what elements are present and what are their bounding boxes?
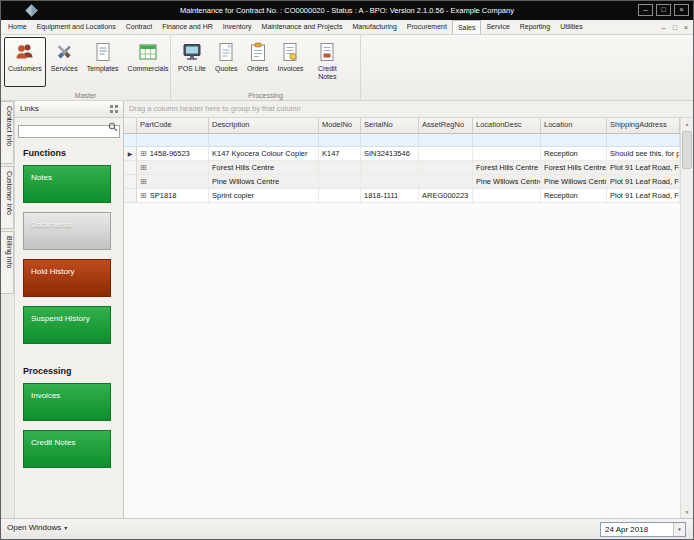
grid-cell[interactable]: Plot 91 Leaf Road, Forest ... [607, 161, 680, 175]
tab-home[interactable]: Home [3, 20, 32, 34]
column-header-shippingaddress[interactable]: ShippingAddress [607, 118, 680, 134]
table-row[interactable]: ⊞SP1818Sprint copier1818-1111AREG000223R… [124, 189, 680, 203]
tab-maintenance-and-projects[interactable]: Maintenance and Projects [257, 20, 348, 34]
grid-filter-cell[interactable] [361, 134, 419, 146]
grid-cell[interactable]: Plot 91 Leaf Road, Forest ... [607, 175, 680, 189]
grid-cell[interactable]: Sprint copier [209, 189, 319, 203]
credit-notes-button[interactable]: Credit Notes [308, 37, 346, 87]
grid-cell[interactable]: K147 [319, 147, 361, 161]
scrollbar-thumb[interactable] [682, 131, 692, 169]
grid-cell[interactable]: AREG000223 [419, 189, 473, 203]
tab-utilities[interactable]: Utilities [555, 20, 588, 34]
pos-lite-button[interactable]: POS Lite [174, 37, 210, 87]
tab-service[interactable]: Service [481, 20, 514, 34]
grid-cell[interactable]: Reception [541, 147, 607, 161]
sidetab-customer-info[interactable]: Customer Info [1, 166, 14, 229]
grid-cell[interactable]: Pine Willows Centre [209, 175, 319, 189]
mdi-restore-icon[interactable]: □ [673, 23, 677, 33]
link-notes-button[interactable]: Notes [23, 165, 111, 203]
links-search-input[interactable] [18, 125, 120, 138]
tab-inventory[interactable]: Inventory [218, 20, 257, 34]
column-header-partcode[interactable]: PartCode [137, 118, 209, 134]
group-by-bar[interactable]: Drag a column header here to group by th… [124, 101, 693, 118]
grid-cell[interactable] [473, 189, 541, 203]
tab-sales[interactable]: Sales [452, 20, 482, 34]
sidetab-billing-info[interactable]: Billing Info [1, 231, 14, 294]
table-row[interactable]: ⊞Pine Willows CentrePine Willows CentreP… [124, 175, 680, 189]
grid-cell[interactable]: ⊞ [137, 175, 209, 189]
grid-cell[interactable] [319, 175, 361, 189]
sidetab-contract-info[interactable]: Contract Info [1, 101, 14, 164]
services-button[interactable]: Services [47, 37, 82, 87]
link-suspend-history-button[interactable]: Suspend History [23, 306, 111, 344]
mdi-close-icon[interactable]: × [684, 23, 688, 33]
grid-cell[interactable]: Plot 91 Leaf Road, Forest ... [607, 189, 680, 203]
date-dropdown-icon[interactable]: ▾ [673, 523, 685, 536]
grid-cell[interactable]: Forest Hills Centre [209, 161, 319, 175]
expand-icon[interactable]: ⊞ [140, 191, 147, 200]
grid-cell[interactable]: ⊞1458-96523 [137, 147, 209, 161]
scroll-down-icon[interactable]: ▼ [681, 506, 693, 518]
search-icon[interactable] [108, 122, 118, 132]
orders-button[interactable]: Orders [243, 37, 273, 87]
grid-cell[interactable]: SIN32413546 [361, 147, 419, 161]
grid-filter-cell[interactable] [137, 134, 209, 146]
grid-filter-cell[interactable] [319, 134, 361, 146]
grid-filter-cell[interactable] [419, 134, 473, 146]
grid-cell[interactable]: 1818-1111 [361, 189, 419, 203]
invoices-button[interactable]: Invoices [274, 37, 308, 87]
tab-procurement[interactable]: Procurement [402, 20, 452, 34]
minimize-icon[interactable]: – [638, 4, 653, 16]
grid-cell[interactable] [419, 175, 473, 189]
grid-cell[interactable]: Reception [541, 189, 607, 203]
quotes-button[interactable]: Quotes [211, 37, 242, 87]
grid-cell[interactable] [361, 161, 419, 175]
column-header-description[interactable]: Description [209, 118, 319, 134]
table-row[interactable]: ⊞Forest Hills CentreForest Hills CentreF… [124, 161, 680, 175]
grid-cell[interactable]: Forest Hills Centre [473, 161, 541, 175]
tab-contract[interactable]: Contract [121, 20, 157, 34]
grid-cell[interactable]: ⊞ [137, 161, 209, 175]
grid-cell[interactable]: Pine Willows Centre [541, 175, 607, 189]
maximize-icon[interactable]: □ [656, 4, 671, 16]
tab-reporting[interactable]: Reporting [515, 20, 555, 34]
expand-icon[interactable]: ⊞ [140, 163, 147, 172]
grid-filter-cell[interactable] [607, 134, 680, 146]
expand-icon[interactable]: ⊞ [140, 177, 147, 186]
customers-button[interactable]: Customers [4, 37, 46, 87]
tab-finance-and-hr[interactable]: Finance and HR [157, 20, 218, 34]
grid-filter-cell[interactable] [541, 134, 607, 146]
commercials-button[interactable]: Commercials [124, 37, 173, 87]
link-hold-history-button[interactable]: Hold History [23, 259, 111, 297]
link-credit-notes-button[interactable]: Credit Notes [23, 430, 111, 468]
grid-cell[interactable] [319, 161, 361, 175]
grid-cell[interactable]: Should see this, for physica... [607, 147, 680, 161]
grid-filter-cell[interactable] [124, 134, 137, 146]
date-picker[interactable]: 24 Apr 2018 ▾ [600, 522, 686, 537]
grid-cell[interactable] [419, 161, 473, 175]
grid-cell[interactable]: Forest Hills Centre [541, 161, 607, 175]
link-invoices-button[interactable]: Invoices [23, 383, 111, 421]
vertical-scrollbar[interactable]: ▲ ▼ [680, 118, 693, 518]
templates-button[interactable]: Templates [83, 37, 123, 87]
panel-options-icon[interactable] [110, 105, 118, 113]
column-header-modelno[interactable]: ModelNo [319, 118, 361, 134]
tab-manufacturing[interactable]: Manufacturing [347, 20, 401, 34]
grid-cell[interactable] [319, 189, 361, 203]
expand-icon[interactable]: ⊞ [140, 149, 147, 158]
grid-cell[interactable]: K147 Kyocera Colour Copier [209, 147, 319, 161]
grid-filter-cell[interactable] [473, 134, 541, 146]
tab-equipment-and-locations[interactable]: Equipment and Locations [32, 20, 121, 34]
mdi-minimize-icon[interactable]: – [662, 23, 666, 33]
table-row[interactable]: ▶⊞1458-96523K147 Kyocera Colour CopierK1… [124, 147, 680, 161]
close-icon[interactable]: × [674, 4, 689, 16]
column-header-locationdesc[interactable]: LocationDesc [473, 118, 541, 134]
column-header-location[interactable]: Location [541, 118, 607, 134]
grid-cell[interactable] [473, 147, 541, 161]
link-documents-button[interactable]: Documents [23, 212, 111, 250]
open-windows-button[interactable]: Open Windows▾ [7, 523, 67, 532]
grid-cell[interactable]: Pine Willows Centre [473, 175, 541, 189]
column-header-serialno[interactable]: SerialNo [361, 118, 419, 134]
scroll-up-icon[interactable]: ▲ [681, 118, 693, 130]
grid-cell[interactable] [419, 147, 473, 161]
